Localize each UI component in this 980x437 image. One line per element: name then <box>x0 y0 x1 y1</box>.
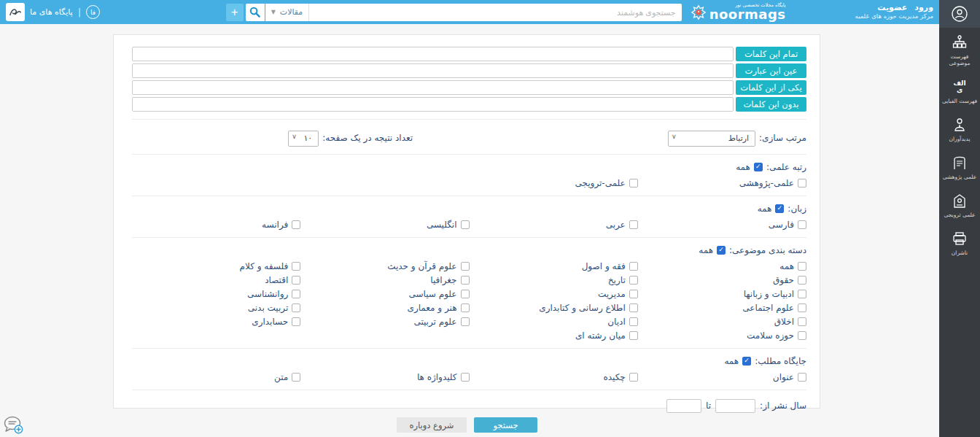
checkbox-checked[interactable] <box>717 246 726 255</box>
sort-select[interactable]: ارتباط <box>668 131 755 147</box>
checkbox[interactable] <box>629 303 638 312</box>
all-checkbox[interactable]: همه <box>736 162 763 172</box>
filter-checkbox[interactable]: مدیریت <box>470 289 638 299</box>
without-words-input[interactable] <box>132 97 734 112</box>
filter-checkbox[interactable]: فقه و اصول <box>470 261 638 271</box>
filter-checkbox[interactable]: ادبیات و زبانها <box>638 289 806 299</box>
checkbox[interactable] <box>292 303 300 312</box>
checkbox[interactable] <box>292 317 300 326</box>
filter-checkbox[interactable]: کلیدواژه ها <box>300 372 469 382</box>
filter-checkbox[interactable]: فارسی <box>638 220 806 230</box>
filter-checkbox[interactable]: جغرافیا <box>300 275 469 285</box>
all-checkbox[interactable]: همه <box>724 356 751 366</box>
filter-checkbox[interactable]: فلسفه و کلام <box>132 261 300 271</box>
filter-checkbox[interactable]: میان رشته ای <box>470 330 638 341</box>
checkbox[interactable] <box>461 303 470 312</box>
checkbox[interactable] <box>629 220 638 229</box>
noor-center-logo[interactable] <box>6 3 25 21</box>
filter-checkbox[interactable]: عنوان <box>638 372 806 382</box>
filter-checkbox[interactable]: روانشناسی <box>132 289 300 299</box>
filter-checkbox[interactable]: اقتصاد <box>132 275 300 285</box>
checkbox[interactable] <box>461 290 470 298</box>
search-button[interactable] <box>246 4 265 21</box>
year-to-input[interactable] <box>666 399 701 413</box>
checkbox[interactable] <box>461 373 470 382</box>
feedback-widget[interactable] <box>3 415 25 436</box>
checkbox[interactable] <box>629 331 638 340</box>
sidebar-item-authors[interactable]: پدیدآوران <box>939 110 980 148</box>
checkbox[interactable] <box>292 290 300 298</box>
filter-checkbox[interactable]: اخلاق <box>638 317 806 327</box>
checkbox[interactable] <box>798 276 806 285</box>
checkbox[interactable] <box>461 262 470 271</box>
checkbox[interactable] <box>292 276 300 285</box>
checkbox[interactable] <box>798 317 806 326</box>
filter-checkbox[interactable]: تاریخ <box>470 275 638 285</box>
filter-checkbox[interactable]: اطلاع رسانی و کتابداری <box>470 303 638 313</box>
filter-checkbox[interactable]: علمی-پژوهشی <box>638 178 806 188</box>
filter-checkbox[interactable]: فرانسه <box>132 220 300 230</box>
without-words-label-button[interactable]: بدون این کلمات <box>736 97 806 112</box>
checkbox[interactable] <box>798 290 806 298</box>
checkbox[interactable] <box>629 262 638 271</box>
filter-checkbox[interactable]: متن <box>132 372 300 382</box>
sidebar-account-button[interactable] <box>939 0 980 28</box>
language-badge[interactable]: فا <box>86 5 100 19</box>
all-checkbox[interactable]: همه <box>699 245 726 255</box>
checkbox[interactable] <box>798 179 806 187</box>
checkbox[interactable] <box>461 220 470 229</box>
sidebar-item-publishers[interactable]: ناشران <box>939 224 980 262</box>
checkbox[interactable] <box>798 220 806 229</box>
checkbox[interactable] <box>798 373 806 382</box>
checkbox[interactable] <box>629 317 638 326</box>
smart-search-input[interactable] <box>309 4 681 21</box>
checkbox-checked[interactable] <box>754 163 763 171</box>
reset-button[interactable]: شروع دوباره <box>397 417 467 433</box>
checkbox[interactable] <box>461 317 470 326</box>
checkbox[interactable] <box>798 331 806 340</box>
our-sites-label[interactable]: پایگاه های ما <box>30 7 73 17</box>
checkbox[interactable] <box>292 262 300 271</box>
noormags-logo[interactable]: پایگاه مجلات تخصصی نور noormags <box>691 3 786 22</box>
checkbox[interactable] <box>629 290 638 298</box>
search-scope-dropdown[interactable]: مقالات ▼ <box>265 4 310 21</box>
sidebar-item-scientific-research[interactable]: علمی پژوهشی <box>939 148 980 186</box>
filter-checkbox[interactable]: هنر و معماری <box>300 303 469 313</box>
add-search-row-button[interactable]: + <box>226 4 244 21</box>
filter-checkbox[interactable]: حقوق <box>638 275 806 285</box>
filter-checkbox[interactable]: علوم تربیتی <box>300 317 469 327</box>
filter-checkbox[interactable]: انگلیسی <box>300 220 469 230</box>
filter-checkbox[interactable]: علوم سیاسی <box>300 289 469 299</box>
checkbox[interactable] <box>292 220 300 229</box>
checkbox-checked[interactable] <box>742 357 751 366</box>
checkbox[interactable] <box>629 373 638 382</box>
checkbox[interactable] <box>629 179 638 187</box>
sidebar-item-scientific-promotional[interactable]: علمی ترویجی <box>939 186 980 224</box>
filter-checkbox[interactable]: حسابداری <box>132 317 300 327</box>
filter-checkbox[interactable]: علوم اجتماعی <box>638 303 806 313</box>
exact-phrase-input[interactable] <box>132 63 734 78</box>
all-checkbox[interactable]: همه <box>758 204 785 214</box>
any-words-input[interactable] <box>132 80 734 95</box>
checkbox[interactable] <box>798 262 806 271</box>
sidebar-item-subject-index[interactable]: فهرست موضوعی <box>939 28 980 72</box>
checkbox[interactable] <box>461 276 470 285</box>
checkbox[interactable] <box>798 303 806 312</box>
filter-checkbox[interactable]: علمی-ترویجی <box>470 178 638 188</box>
filter-checkbox[interactable]: ادیان <box>470 317 638 327</box>
search-submit-button[interactable]: جستجو <box>474 417 537 433</box>
any-words-label-button[interactable]: یکی از این کلمات <box>736 80 806 95</box>
checkbox[interactable] <box>629 276 638 285</box>
filter-checkbox[interactable]: تربیت بدنی <box>132 303 300 313</box>
all-words-label-button[interactable]: تمام این کلمات <box>736 47 806 61</box>
per-page-select[interactable]: ۱۰ <box>288 131 319 147</box>
filter-checkbox[interactable]: همه <box>638 261 806 271</box>
all-words-input[interactable] <box>132 47 734 61</box>
exact-phrase-label-button[interactable]: عین این عبارت <box>736 63 806 78</box>
filter-checkbox[interactable]: حوزه سلامت <box>638 330 806 341</box>
filter-checkbox[interactable]: عربی <box>470 220 638 230</box>
year-from-input[interactable] <box>715 399 755 413</box>
checkbox-checked[interactable] <box>775 204 784 213</box>
filter-checkbox[interactable]: چکیده <box>470 372 638 382</box>
sidebar-item-alphabetical-index[interactable]: الفی فهرست الفبایی <box>939 72 980 110</box>
